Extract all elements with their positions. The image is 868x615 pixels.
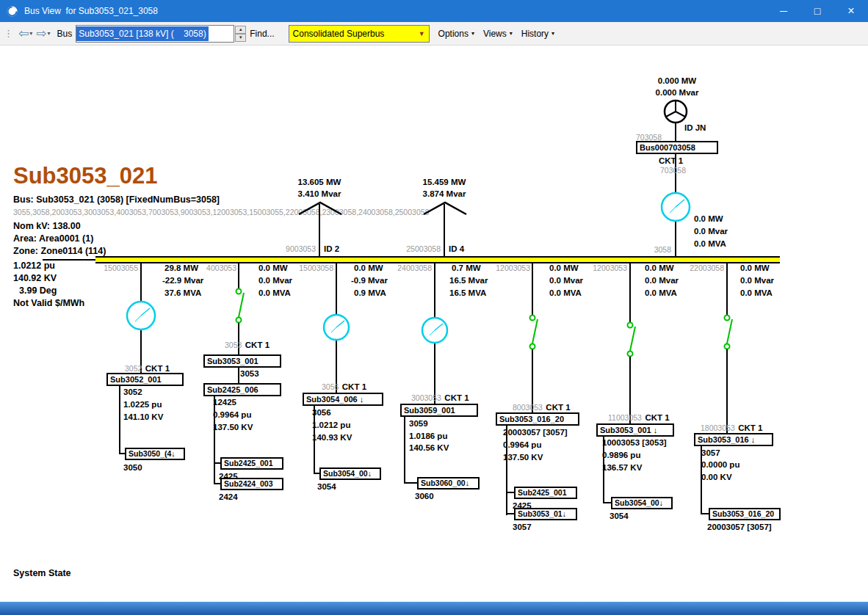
superbus-dropdown-icon: ▼ xyxy=(419,30,425,37)
feeder3-info-kv: 140.93 KV xyxy=(312,433,352,443)
spinner-up-icon[interactable]: ▲ xyxy=(235,26,246,34)
feeder6-line-upper[interactable] xyxy=(629,263,631,323)
open-switch-icon[interactable] xyxy=(621,321,639,358)
feeder5-ckt-bus: 8003053 xyxy=(513,403,543,412)
feeder7-mvar: 0.0 Mvar xyxy=(740,276,774,285)
breaker-dial-icon[interactable] xyxy=(420,316,449,345)
load-arrow-icon[interactable] xyxy=(422,201,468,216)
generator-breaker-dial-icon[interactable] xyxy=(659,191,692,223)
generator-bus-box[interactable]: Bus000703058 xyxy=(636,141,718,154)
feeder3-substation-box[interactable]: Sub3054_006 ↓ xyxy=(303,393,383,406)
feeder1-substation-box[interactable]: Sub3052_001 xyxy=(106,373,184,386)
feeder4-ckt-id: CKT 1 xyxy=(444,393,469,402)
breaker-dial-icon[interactable] xyxy=(322,313,351,342)
feeder3-mvar: -0.9 Mvar xyxy=(351,276,388,285)
feeder3-ckt-bus: 3056 xyxy=(322,382,339,391)
feeder2-bus-number: 4003053 xyxy=(192,263,236,272)
feeder3-child-number: 3054 xyxy=(317,482,336,492)
feeder2-between-boxes-line xyxy=(238,367,239,383)
load1-line[interactable] xyxy=(319,204,320,256)
superbus-combobox[interactable]: Consolidated Superbus ▼ xyxy=(289,25,430,43)
zone-label: Zone: Zone0114 (114) xyxy=(13,246,106,256)
forward-history-caret-icon[interactable]: ▾ xyxy=(48,30,51,37)
views-caret-icon: ▾ xyxy=(510,30,513,37)
feeder5-substation-box[interactable]: Sub3053_016_20 xyxy=(496,412,579,426)
feeder4-child-box[interactable]: Sub3060_00↓ xyxy=(417,477,480,490)
menu-options[interactable]: Options ▾ xyxy=(438,29,474,39)
status-bar xyxy=(0,602,868,615)
feeder6-info-bus: 10003053 [3053] xyxy=(602,438,667,448)
feeder4-substation-box[interactable]: Sub3059_001 xyxy=(400,404,478,417)
load1-id-label: ID 2 xyxy=(324,244,339,254)
feeder2-substation-box-2[interactable]: Sub2425_006 xyxy=(203,383,281,396)
feeder3-child-box[interactable]: Sub3054_00↓ xyxy=(319,467,381,480)
feeder7-child-box[interactable]: Sub3053_016_20 xyxy=(709,508,781,520)
feeder7-ckt-id: CKT 1 xyxy=(738,423,762,432)
feeder2-info-pu: 0.9964 pu xyxy=(213,410,251,420)
generator-id-label: ID JN xyxy=(684,123,706,133)
feeder5-mva: 0.0 MVA xyxy=(549,288,582,298)
maximize-button[interactable]: □ xyxy=(800,0,834,22)
feeder4-info-pu: 1.0186 pu xyxy=(409,432,447,441)
back-history-caret-icon[interactable]: ▾ xyxy=(29,30,32,37)
feeder5-bus-number: 12003053 xyxy=(486,263,530,272)
feeder2-substation-number: 3053 xyxy=(240,369,259,379)
minimize-button[interactable]: ─ xyxy=(767,0,800,22)
nominal-kv-label: Nom kV: 138.00 xyxy=(13,221,81,231)
feeder2-child-box-2[interactable]: Sub2424_003 xyxy=(220,478,283,490)
bus-spinner[interactable]: ▲ ▼ xyxy=(235,26,246,42)
feeder5-child-number-2: 3057 xyxy=(513,523,532,532)
wind-turbine-icon[interactable] xyxy=(659,94,692,126)
feeder1-child-box[interactable]: Sub3050_(4↓ xyxy=(125,448,185,460)
feeder2-mva: 0.0 MVA xyxy=(258,288,291,298)
feeder2-mw: 0.0 MW xyxy=(258,263,288,273)
menu-history[interactable]: History ▾ xyxy=(521,29,554,39)
feeder2-ckt-bus: 3053 xyxy=(225,341,242,349)
open-switch-icon[interactable] xyxy=(524,314,541,351)
bus-combobox-value: Sub3053_021 [138 kV] ( 3058) xyxy=(76,26,208,41)
feeder6-ckt-id: CKT 1 xyxy=(645,413,669,422)
feeder1-ckt-bus: 3052 xyxy=(125,364,142,373)
feeder3-info-pu: 1.0212 pu xyxy=(312,421,350,430)
superbus-bar[interactable] xyxy=(95,256,780,263)
forward-arrow-icon[interactable]: ⇨ xyxy=(36,26,46,41)
open-switch-icon[interactable] xyxy=(718,314,736,351)
spinner-down-icon[interactable]: ▼ xyxy=(235,34,246,42)
app-icon xyxy=(6,5,18,18)
feeder5-info-bus: 20003057 [3057] xyxy=(503,428,568,437)
feeder5-ckt-id: CKT 1 xyxy=(546,403,570,412)
titlebar[interactable]: Bus View for Sub3053_021_3058 ─ □ × xyxy=(0,0,868,22)
feeder7-line-upper[interactable] xyxy=(726,263,728,316)
feeder5-child-box-1[interactable]: Sub2425_001 xyxy=(514,487,577,499)
open-switch-icon[interactable] xyxy=(230,288,247,324)
feeder6-substation-box[interactable]: Sub3053_001 ↓ xyxy=(596,423,674,437)
feeder2-child-box-1[interactable]: Sub2425_001 xyxy=(220,457,283,470)
feeder2-info-bus: 12425 xyxy=(213,398,236,407)
bus-combobox[interactable]: Sub3053_021 [138 kV] ( 3058) xyxy=(76,25,234,43)
feeder2-line-upper[interactable] xyxy=(238,263,239,289)
feeder3-ckt-label: 3056 CKT 1 xyxy=(322,379,366,393)
feeder5-info-kv: 137.50 KV xyxy=(503,453,543,462)
back-arrow-icon[interactable]: ⇦ xyxy=(18,26,29,41)
menu-views[interactable]: Views ▾ xyxy=(483,29,513,39)
load2-line[interactable] xyxy=(444,204,445,256)
feeder6-connector-line xyxy=(603,437,604,503)
breaker-dial-icon[interactable] xyxy=(125,299,157,332)
feeder7-mva: 0.0 MVA xyxy=(740,288,773,298)
feeder4-ckt-bus: 3003053 xyxy=(411,393,441,402)
feeder1-info-bus: 3052 xyxy=(123,387,142,397)
feeder6-child-box[interactable]: Sub3054_00↓ xyxy=(611,497,673,509)
find-button[interactable]: Find... xyxy=(250,29,274,39)
feeder2-substation-box[interactable]: Sub3053_001 xyxy=(203,354,281,368)
feeder6-info-kv: 136.57 KV xyxy=(602,463,642,473)
load-arrow-icon[interactable] xyxy=(297,201,343,216)
feeder5-child-box-2[interactable]: Sub3053_01↓ xyxy=(514,508,577,520)
close-button[interactable]: × xyxy=(834,0,868,22)
feeder5-line-upper[interactable] xyxy=(532,263,533,316)
bus-view-window: Bus View for Sub3053_021_3058 ─ □ × ⋮ ⇦ … xyxy=(0,0,868,615)
feeder2-ckt-label: 3053 CKT 1 xyxy=(225,338,270,351)
toolbar-grip-icon[interactable]: ⋮ xyxy=(4,28,13,39)
superbus-combobox-value: Consolidated Superbus xyxy=(293,29,385,39)
feeder7-substation-box[interactable]: Sub3053_016 ↓ xyxy=(694,433,773,446)
feeder4-mw: 0.7 MW xyxy=(452,263,481,273)
